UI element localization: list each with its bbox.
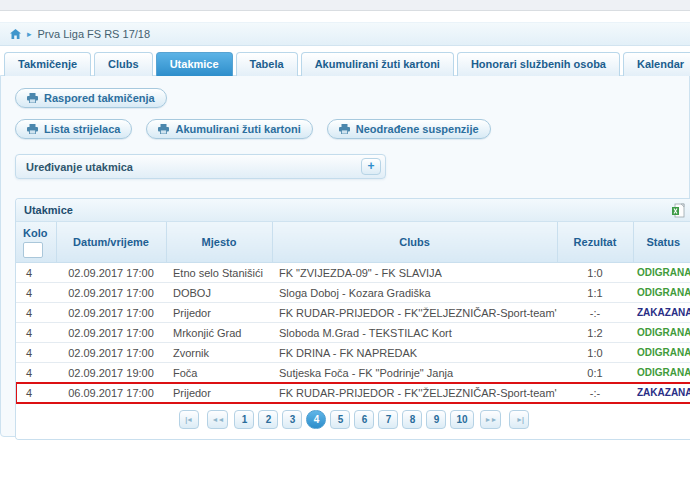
cell-datum: 02.09.2017 17:00 xyxy=(56,303,166,323)
cell-clubs: Sloboda M.Grad - TEKSTILAC Kort xyxy=(272,323,557,343)
cell-rezultat: -:- xyxy=(557,383,633,403)
column-header-clubs: Clubs xyxy=(272,222,557,263)
page-button-8[interactable]: 8 xyxy=(402,410,422,429)
cell-rezultat: 1:0 xyxy=(557,343,633,363)
button-label: Neodrađene suspenzije xyxy=(356,123,479,135)
tab-bar: Takmičenje Clubs Utakmice Tabela Akumuli… xyxy=(0,52,690,76)
cell-mjesto: Zvornik xyxy=(166,343,272,363)
tab-honorari-sluzbenih-osoba[interactable]: Honorari službenih osoba xyxy=(457,52,620,76)
table-title: Utakmice xyxy=(24,204,73,216)
page-button-1[interactable]: 1 xyxy=(234,410,254,429)
page-prev-button[interactable]: ◄◄ xyxy=(207,410,229,429)
table-row[interactable]: 4 02.09.2017 17:00 Mrkonjić Grad Sloboda… xyxy=(16,323,690,343)
column-header-rezultat: Rezultat xyxy=(557,222,633,263)
utakmice-table: Kolo Datum/vrijeme Mjesto Clubs Rezultat… xyxy=(16,222,690,403)
tab-kalendar[interactable]: Kalendar xyxy=(623,52,690,76)
tab-content-panel: Raspored takmičenja Lista strijelaca Aku… xyxy=(0,75,690,437)
expand-plus-icon[interactable]: + xyxy=(361,158,381,175)
akumulirani-zuti-kartoni-button[interactable]: Akumulirani žuti kartoni xyxy=(146,119,312,139)
cell-rezultat: 1:0 xyxy=(557,263,633,283)
tab-takmicenje[interactable]: Takmičenje xyxy=(4,52,91,76)
cell-clubs: FK RUDAR-PRIJEDOR - FK''ŽELJEZNIČAR-Spor… xyxy=(272,383,557,403)
table-row[interactable]: 4 02.09.2017 17:00 Etno selo Stanišići F… xyxy=(16,263,690,283)
column-header-status: Status xyxy=(633,222,690,263)
table-row[interactable]: 4 02.09.2017 19:00 Foča Sutjeska Foča - … xyxy=(16,363,690,383)
page-button-10[interactable]: 10 xyxy=(450,410,473,429)
column-header-datum-vrijeme: Datum/vrijeme xyxy=(56,222,166,263)
breadcrumb-separator-icon: ▸ xyxy=(27,29,32,39)
cell-mjesto: Prijedor xyxy=(166,303,272,323)
kolo-filter-input[interactable] xyxy=(23,242,43,258)
page-button-3[interactable]: 3 xyxy=(282,410,302,429)
status-badge: ODIGRANA xyxy=(633,343,690,363)
lista-strijelaca-button[interactable]: Lista strijelaca xyxy=(15,119,132,139)
cell-mjesto: Mrkonjić Grad xyxy=(166,323,272,343)
page-last-button[interactable]: ►| xyxy=(509,410,529,429)
cell-clubs: FK RUDAR-PRIJEDOR - FK''ŽELJEZNIČAR-Spor… xyxy=(272,303,557,323)
cell-datum: 02.09.2017 19:00 xyxy=(56,363,166,383)
cell-mjesto: Foča xyxy=(166,363,272,383)
cell-clubs: FK DRINA - FK NAPREDAK xyxy=(272,343,557,363)
status-badge: ODIGRANA xyxy=(633,283,690,303)
cell-datum: 06.09.2017 17:00 xyxy=(56,383,166,403)
status-badge: ODIGRANA xyxy=(633,263,690,283)
column-header-kolo: Kolo xyxy=(16,222,56,263)
cell-mjesto: Prijedor xyxy=(166,383,272,403)
excel-export-icon[interactable] xyxy=(671,203,686,218)
table-row[interactable]: 4 02.09.2017 17:00 Prijedor FK RUDAR-PRI… xyxy=(16,303,690,323)
cell-kolo: 4 xyxy=(16,363,56,383)
tab-utakmice[interactable]: Utakmice xyxy=(156,52,233,76)
cell-clubs: Sutjeska Foča - FK "Podrinje" Janja xyxy=(272,363,557,383)
top-strip xyxy=(0,0,690,11)
page-button-6[interactable]: 6 xyxy=(354,410,374,429)
cell-clubs: FK "ZVIJEZDA-09" - FK SLAVIJA xyxy=(272,263,557,283)
button-label: Akumulirani žuti kartoni xyxy=(175,123,300,135)
button-label: Lista strijelaca xyxy=(44,123,120,135)
table-row[interactable]: 4 02.09.2017 17:00 Zvornik FK DRINA - FK… xyxy=(16,343,690,363)
page-button-2[interactable]: 2 xyxy=(258,410,278,429)
cell-datum: 02.09.2017 17:00 xyxy=(56,263,166,283)
neodradene-suspenzije-button[interactable]: Neodrađene suspenzije xyxy=(327,119,491,139)
uredivanje-utakmica-panel[interactable]: Uređivanje utakmica + xyxy=(15,154,386,179)
utakmice-table-panel: Utakmice Kolo xyxy=(15,198,690,440)
cell-kolo: 4 xyxy=(16,303,56,323)
cell-rezultat: 0:1 xyxy=(557,363,633,383)
tab-akumulirani-zuti-kartoni[interactable]: Akumulirani žuti kartoni xyxy=(301,52,454,76)
toolbar-row-1: Raspored takmičenja xyxy=(15,88,689,108)
button-label: Raspored takmičenja xyxy=(44,92,155,104)
print-icon xyxy=(158,124,169,134)
tab-clubs[interactable]: Clubs xyxy=(94,52,153,76)
print-icon xyxy=(339,124,350,134)
cell-kolo: 4 xyxy=(16,283,56,303)
home-icon[interactable] xyxy=(10,29,21,39)
cell-kolo: 4 xyxy=(16,323,56,343)
cell-clubs: Sloga Doboj - Kozara Gradiška xyxy=(272,283,557,303)
tab-tabela[interactable]: Tabela xyxy=(236,52,298,76)
table-header-row: Kolo Datum/vrijeme Mjesto Clubs Rezultat… xyxy=(16,222,690,263)
cell-datum: 02.09.2017 17:00 xyxy=(56,343,166,363)
cell-rezultat: 1:1 xyxy=(557,283,633,303)
raspored-takmicenja-button[interactable]: Raspored takmičenja xyxy=(15,88,167,108)
page-first-button[interactable]: |◄ xyxy=(179,410,199,429)
table-row[interactable]: 4 02.09.2017 17:00 DOBOJ Sloga Doboj - K… xyxy=(16,283,690,303)
page-button-4-active[interactable]: 4 xyxy=(306,410,326,429)
cell-mjesto: DOBOJ xyxy=(166,283,272,303)
cell-mjesto: Etno selo Stanišići xyxy=(166,263,272,283)
breadcrumb: ▸ Prva Liga FS RS 17/18 xyxy=(0,22,690,46)
column-header-mjesto: Mjesto xyxy=(166,222,272,263)
panel-title: Uređivanje utakmica xyxy=(26,161,133,173)
breadcrumb-label[interactable]: Prva Liga FS RS 17/18 xyxy=(38,28,151,40)
page-button-7[interactable]: 7 xyxy=(378,410,398,429)
table-row-highlighted[interactable]: 4 06.09.2017 17:00 Prijedor FK RUDAR-PRI… xyxy=(16,383,690,403)
page-button-9[interactable]: 9 xyxy=(426,410,446,429)
cell-rezultat: 1:2 xyxy=(557,323,633,343)
cell-datum: 02.09.2017 17:00 xyxy=(56,323,166,343)
cell-kolo: 4 xyxy=(16,343,56,363)
cell-datum: 02.09.2017 17:00 xyxy=(56,283,166,303)
print-icon xyxy=(27,124,38,134)
status-badge: ZAKAZANA xyxy=(633,303,690,323)
print-icon xyxy=(27,93,38,103)
page-button-5[interactable]: 5 xyxy=(330,410,350,429)
pagination: |◄ ◄◄ 1 2 3 4 5 6 7 8 9 10 ►► ►| xyxy=(16,403,690,439)
page-next-button[interactable]: ►► xyxy=(480,410,502,429)
